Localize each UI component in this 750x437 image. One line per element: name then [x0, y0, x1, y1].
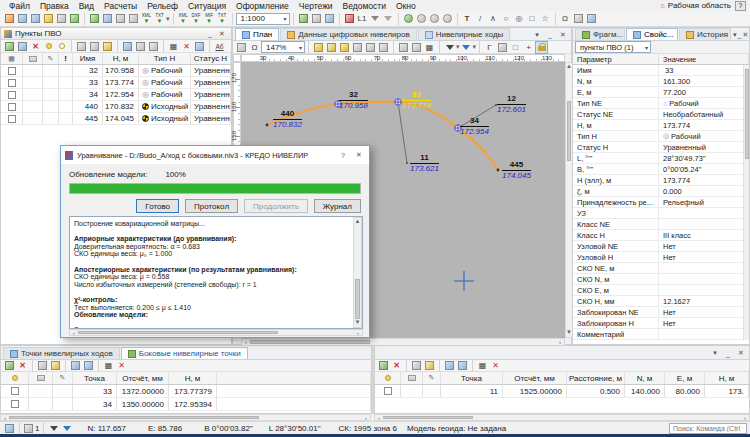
property-row[interactable]: Заблокирован HНет: [573, 318, 749, 329]
command-search-input[interactable]: [669, 423, 747, 434]
menu-window[interactable]: Окно: [391, 1, 421, 11]
minimize-button[interactable]: _: [738, 29, 742, 40]
property-row[interactable]: Класс NE: [573, 219, 749, 230]
crosshair-mode-icon[interactable]: +: [522, 41, 535, 54]
bulb-column-icon[interactable]: [1, 372, 29, 384]
property-row[interactable]: СКО N, м: [573, 274, 749, 285]
row-checkbox[interactable]: [8, 79, 16, 87]
pan-icon[interactable]: [312, 41, 325, 54]
search-point-icon[interactable]: [297, 12, 310, 25]
menu-file[interactable]: Файл: [4, 1, 35, 11]
tab-run-points[interactable]: Точки нивелирных ходов: [3, 347, 120, 359]
log-vscrollbar[interactable]: ▲▼: [353, 217, 362, 328]
import-raster-icon[interactable]: [127, 12, 140, 25]
tab-list-button[interactable]: ▾: [733, 29, 737, 40]
workspace-label[interactable]: Рабочая область: [668, 1, 731, 10]
selected-count-icon[interactable]: 1: [23, 422, 40, 435]
col-value[interactable]: Значение: [659, 54, 749, 64]
polyline-tool-icon[interactable]: ∧: [487, 12, 500, 25]
menu-calculations[interactable]: Расчеты: [99, 1, 142, 11]
nav-back-icon[interactable]: [402, 12, 415, 25]
minimize-button[interactable]: _: [722, 348, 734, 359]
open-recent-icon[interactable]: [42, 12, 55, 25]
text-tool-icon[interactable]: T: [461, 12, 474, 25]
col-n[interactable]: N, м: [625, 372, 665, 384]
zoom-in-icon[interactable]: [351, 41, 364, 54]
nav-home-icon[interactable]: [441, 12, 454, 25]
report-icon[interactable]: [3, 422, 16, 435]
copy-icon[interactable]: [75, 40, 88, 53]
delete-point-icon[interactable]: ✕: [29, 40, 42, 53]
adjustment-log[interactable]: Построение ковариационной матрицы... Апр…: [69, 216, 363, 329]
delete-row-icon[interactable]: ✕: [390, 359, 403, 372]
table-row[interactable]: 32 170.958 ◎Рабочий Уравненный: [1, 65, 231, 77]
table-row[interactable]: 33 1372.00000 173.77379: [1, 385, 371, 398]
find-icon[interactable]: [69, 359, 82, 372]
region-tool-icon[interactable]: Ω: [559, 12, 572, 25]
point-label-33-selected[interactable]: 33173.774: [402, 91, 431, 110]
col-parameter[interactable]: Параметр: [573, 54, 659, 64]
paste-icon[interactable]: [101, 40, 114, 53]
line-tool-icon[interactable]: /: [474, 12, 487, 25]
table-form-icon[interactable]: [193, 40, 206, 53]
delete-row-icon[interactable]: ✕: [16, 359, 29, 372]
col-distance[interactable]: Расстояние, м: [567, 372, 625, 384]
ellipse-tool-icon[interactable]: ○: [500, 12, 513, 25]
cut-icon[interactable]: [88, 40, 101, 53]
tab-list-button[interactable]: ▾: [531, 29, 543, 40]
flag-filter-icon[interactable]: [369, 12, 382, 25]
property-row[interactable]: СКО NE, м: [573, 263, 749, 274]
status-filter-icon[interactable]: [47, 422, 60, 435]
point-label-440[interactable]: 440170.832: [273, 110, 302, 129]
close-button[interactable]: ✕: [735, 348, 747, 359]
sort-icon[interactable]: [323, 12, 336, 25]
close-button[interactable]: ✕: [557, 29, 569, 40]
tab-history[interactable]: История: [679, 28, 731, 40]
flag-filter2-icon[interactable]: [382, 12, 395, 25]
fill-frame-tool-icon[interactable]: [585, 12, 598, 25]
property-row[interactable]: Имя33: [573, 65, 749, 76]
menu-situation[interactable]: Ситуация: [183, 1, 231, 11]
minimize-button[interactable]: _: [204, 28, 216, 39]
measure-icon[interactable]: [343, 12, 356, 25]
find-next-icon[interactable]: [82, 359, 95, 372]
zoom-out-icon[interactable]: [364, 41, 377, 54]
cursor-mode-icon[interactable]: [496, 41, 509, 54]
dialog-help-button[interactable]: ?: [337, 150, 349, 161]
help-button[interactable]: ?: [735, 1, 746, 11]
table-row[interactable]: 11 1525.00000 0.500 140.000 80.000 173.: [375, 385, 749, 398]
col-h[interactable]: Н, м: [169, 372, 217, 384]
table-row[interactable]: 440 170.832 Исходный Уравненный: [1, 101, 231, 113]
scale-select[interactable]: 1:1000▾: [236, 13, 290, 25]
image-column-icon[interactable]: [29, 372, 53, 384]
clear-selection-icon[interactable]: [147, 40, 160, 53]
menu-drawings[interactable]: Чертежи: [294, 1, 338, 11]
property-row[interactable]: СКО E, м: [573, 285, 749, 296]
row-checkbox[interactable]: [8, 67, 16, 75]
open-project-icon[interactable]: [3, 12, 16, 25]
col-reading[interactable]: Отсчёт, мм: [503, 372, 567, 384]
pan-mode-icon[interactable]: [338, 41, 351, 54]
copy-icon[interactable]: [36, 359, 49, 372]
dialog-close-button[interactable]: ✕: [353, 150, 365, 161]
zoom-select[interactable]: 147%▾: [261, 41, 305, 53]
journal-button[interactable]: Журнал: [314, 199, 361, 213]
row-checkbox[interactable]: [8, 115, 16, 123]
property-row[interactable]: E, м77.200: [573, 87, 749, 98]
property-row[interactable]: Принадлежность ре...Рельефный: [573, 197, 749, 208]
dialog-titlebar[interactable]: Уравнивание - D:/Budo_A/ход с боковыми.n…: [61, 146, 369, 164]
property-row[interactable]: Тип NE○Рабочий: [573, 98, 749, 109]
table-row[interactable]: 34 172.954 ◎Рабочий Уравненный: [1, 89, 231, 101]
zoom-window-icon[interactable]: [377, 41, 390, 54]
add-point-icon[interactable]: [3, 40, 16, 53]
minimize-button[interactable]: _: [544, 29, 556, 40]
paste-icon[interactable]: [423, 359, 436, 372]
property-row[interactable]: ζ, м0.000: [573, 186, 749, 197]
toolbar-overflow-icon[interactable]: ▾: [166, 15, 170, 23]
property-row[interactable]: СКО H, мм12.1627: [573, 296, 749, 307]
attachment-column-icon[interactable]: ✎: [53, 372, 73, 384]
l1-tool-icon[interactable]: L1: [356, 12, 369, 25]
import-txt-icon[interactable]: TXT▼: [153, 12, 166, 25]
property-row[interactable]: Узловой HНет: [573, 252, 749, 263]
geodata-icon[interactable]: [310, 12, 323, 25]
